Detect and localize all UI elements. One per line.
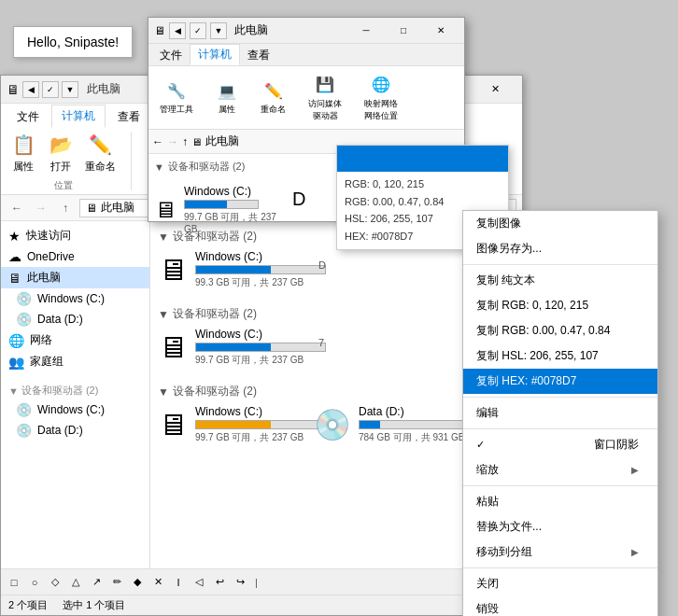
back-button[interactable]: ←	[7, 198, 27, 218]
ctx-sep-5	[463, 567, 657, 568]
mini-drive-c[interactable]: 🖥 Windows (C:) 99.7 GB 可用，共 237 GB	[154, 185, 285, 234]
cdrive-icon: 💿	[16, 291, 32, 306]
cdrive-label: Windows (C:)	[37, 292, 105, 305]
ctx-close[interactable]: 关闭	[463, 571, 657, 596]
ctx-save-image[interactable]: 图像另存为...	[463, 236, 657, 261]
sidebar-item-ddrive[interactable]: 💿 Data (D:)	[1, 309, 149, 329]
tool-cursor[interactable]: ◁	[190, 573, 208, 592]
mini-drive-c-bar-fill	[185, 201, 227, 208]
mini-nav-fwd[interactable]: →	[167, 135, 178, 148]
tool-redo[interactable]: ↪	[231, 573, 249, 592]
drive-card-c-bottom[interactable]: 🖥 Windows (C:) 99.7 GB 可用，共 237 GB	[158, 405, 303, 444]
ribbon-btn-rename[interactable]: ✏️ 重命名	[81, 130, 120, 175]
drive-card-c-top[interactable]: 🖥 Windows (C:) 99.3 GB 可用，共 237 GB	[158, 250, 307, 289]
mini-ribbon-btn5[interactable]: 🌐 映射网络网络位置	[360, 72, 402, 124]
sidebar-item-quickaccess[interactable]: ★ 快速访问	[1, 225, 149, 246]
tool-triangle[interactable]: △	[66, 573, 85, 592]
tool-undo[interactable]: ↩	[210, 573, 229, 592]
tb-dropdown-btn[interactable]: ▼	[62, 81, 78, 98]
mini-icon: 🖥	[154, 24, 165, 37]
drive-bar-bg-c-bottom	[195, 420, 326, 429]
mini-ribbon-btn1[interactable]: 🔧 管理工具	[156, 77, 197, 118]
ctx-copy-rgb-pct-label: 复制 RGB: 0.00, 0.47, 0.84	[476, 323, 610, 339]
mini-tab-computer[interactable]: 计算机	[190, 44, 240, 65]
mini-drive-c-bar-bg	[184, 200, 259, 209]
ctx-copy-rgb-pct[interactable]: 复制 RGB: 0.00, 0.47, 0.84	[463, 318, 657, 343]
ctx-destroy[interactable]: 销毁	[463, 596, 657, 616]
ctx-copy-hsl[interactable]: 复制 HSL: 206, 255, 107	[463, 343, 657, 369]
mini-tb-btn2[interactable]: ✓	[190, 22, 206, 39]
tab-view[interactable]: 查看	[107, 105, 150, 128]
sidebar-item-cdrive2[interactable]: 💿 Windows (C:)	[1, 399, 149, 420]
mini-title: 此电脑	[234, 22, 268, 38]
ctx-copy-image[interactable]: 复制图像	[463, 211, 657, 236]
sidebar-item-ddrive2[interactable]: 💿 Data (D:)	[1, 420, 149, 441]
ctx-window-shadow[interactable]: ✓ 窗口阴影	[463, 432, 657, 457]
sidebar-item-network[interactable]: 🌐 网络	[1, 329, 149, 351]
tab-file[interactable]: 文件	[7, 105, 49, 128]
ctx-paste-label: 粘贴	[476, 494, 499, 510]
tool-pencil[interactable]: ✏	[107, 573, 126, 592]
sidebar-item-homegroup[interactable]: 👥 家庭组	[1, 351, 149, 372]
ribbon-btn-properties[interactable]: 📋 属性	[7, 130, 40, 175]
mini-tab-view[interactable]: 查看	[240, 46, 277, 65]
drive-card-c-mid[interactable]: 🖥 Windows (C:) 99.7 GB 可用，共 237 GB	[158, 328, 307, 367]
sidebar-item-cdrive[interactable]: 💿 Windows (C:)	[1, 288, 149, 309]
ctx-zoom[interactable]: 缩放 ▶	[463, 457, 657, 483]
ctx-copy-rgb[interactable]: 复制 RGB: 0, 120, 215	[463, 293, 657, 318]
content-area: ★ 快速访问 ☁ OneDrive 🖥 此电脑 💿 Windows (C:) 💿…	[1, 221, 522, 607]
mini-nav-back[interactable]: ←	[152, 135, 163, 148]
tool-arrow[interactable]: ↗	[87, 573, 106, 592]
ctx-copy-hsl-label: 复制 HSL: 206, 255, 107	[476, 348, 599, 364]
drive-d-mid: 7	[318, 328, 324, 374]
color-swatch	[337, 146, 508, 172]
tb-back-btn[interactable]: ◀	[22, 81, 39, 98]
status-item-count: 2 个项目	[8, 598, 48, 612]
mini-ribbon-btn3[interactable]: ✏️ 重命名	[257, 77, 290, 118]
forward-button[interactable]: →	[31, 198, 51, 218]
mini-tab-file[interactable]: 文件	[152, 46, 190, 65]
hello-tooltip: Hello, Snipaste!	[13, 26, 133, 58]
sidebar-item-onedrive[interactable]: ☁ OneDrive	[1, 246, 149, 267]
close-button[interactable]: ✕	[474, 80, 516, 99]
ctx-copy-plaintext[interactable]: 复制 纯文本	[463, 268, 657, 293]
network-label: 网络	[30, 332, 52, 348]
mini-ribbon-body: 🔧 管理工具 💻 属性 ✏️ 重命名 💾 访问媒体驱动器 🌐 映射网络网络位置	[148, 66, 464, 130]
section-title-2: ▼ 设备和驱动器 (2)	[158, 306, 515, 322]
mini-nav-up[interactable]: ↑	[182, 135, 188, 148]
tool-ellipse[interactable]: ○	[25, 573, 44, 592]
mini-tb-btn3[interactable]: ▼	[210, 22, 227, 39]
ctx-move-group[interactable]: 移动到分组 ▶	[463, 539, 657, 565]
tool-text[interactable]: I	[169, 573, 188, 592]
tool-fill[interactable]: ◆	[128, 573, 147, 592]
ctx-edit[interactable]: 编辑	[463, 400, 657, 426]
tb-check-btn[interactable]: ✓	[42, 81, 59, 98]
up-button[interactable]: ↑	[55, 198, 76, 218]
ctx-paste[interactable]: 粘贴	[463, 489, 657, 514]
ribbon-btn-open[interactable]: 📂 打开	[44, 130, 78, 175]
sidebar-item-thispc[interactable]: 🖥 此电脑	[1, 267, 149, 288]
mini-tool-label4: 访问媒体驱动器	[308, 98, 342, 122]
bottom-toolbar: □ ○ ◇ △ ↗ ✏ ◆ ✕ I ◁ ↩ ↪ |	[1, 568, 522, 595]
mini-tool-icon5: 🌐	[370, 74, 392, 96]
tool-cross[interactable]: ✕	[148, 573, 167, 592]
mini-ribbon-btn2[interactable]: 💻 属性	[212, 77, 242, 118]
tool-diamond[interactable]: ◇	[46, 573, 64, 592]
mini-close[interactable]: ✕	[423, 22, 459, 39]
mini-minimize[interactable]: ─	[348, 22, 384, 39]
ctx-copy-rgb-label: 复制 RGB: 0, 120, 215	[476, 298, 588, 314]
ctx-move-group-arrow: ▶	[631, 547, 639, 557]
mini-ribbon-btn4[interactable]: 💾 访问媒体驱动器	[304, 72, 346, 124]
address-text: 此电脑	[101, 200, 134, 216]
tab-computer[interactable]: 计算机	[51, 105, 106, 128]
ctx-replace-file[interactable]: 替换为文件...	[463, 514, 657, 539]
section-title-3: ▼ 设备和驱动器 (2)	[158, 384, 515, 399]
mini-tool-label3: 重命名	[261, 104, 286, 116]
ctx-replace-file-label: 替换为文件...	[476, 519, 542, 535]
status-bar: 2 个项目 选中 1 个项目	[1, 595, 522, 615]
mini-tb-btn1[interactable]: ◀	[169, 22, 186, 39]
ctx-copy-hex[interactable]: 复制 HEX: #0078D7	[463, 369, 657, 394]
tool-rect[interactable]: □	[5, 573, 23, 592]
drive-card-d-bottom[interactable]: 💿 Data (D:) 784 GB 可用，共 931 GB	[314, 405, 459, 444]
mini-maximize[interactable]: □	[386, 22, 421, 39]
